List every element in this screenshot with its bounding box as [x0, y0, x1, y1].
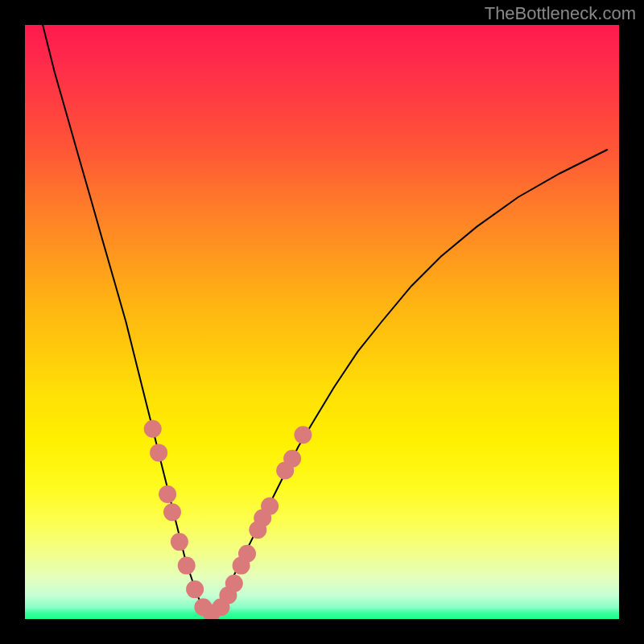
curve-group	[43, 25, 607, 613]
data-marker	[171, 533, 188, 551]
data-marker	[159, 485, 176, 503]
data-marker	[178, 557, 196, 575]
data-marker	[238, 545, 256, 563]
curve-right-branch	[209, 150, 607, 613]
chart-frame: TheBottleneck.com	[0, 0, 644, 644]
watermark-text: TheBottleneck.com	[485, 3, 636, 24]
curve-left-branch	[43, 25, 209, 613]
data-marker	[186, 580, 204, 598]
data-marker	[261, 497, 279, 515]
curve-layer	[25, 25, 619, 619]
data-marker	[294, 426, 312, 444]
data-marker	[225, 575, 243, 592]
data-marker	[283, 450, 301, 468]
data-marker	[144, 420, 162, 438]
data-marker	[163, 503, 181, 521]
marker-group	[144, 420, 312, 619]
plot-area	[25, 25, 619, 619]
data-marker	[150, 444, 167, 461]
